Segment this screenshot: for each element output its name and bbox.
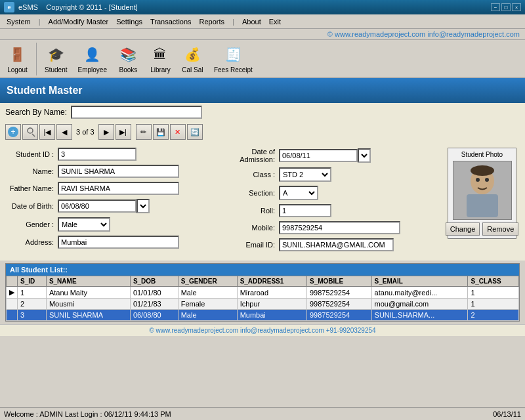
form-area: Student ID : Name: Father Name: Date of … — [0, 142, 525, 261]
cell-mobile: 9987529254 — [306, 287, 371, 299]
cell-gender: Female — [178, 299, 237, 310]
first-record-button[interactable]: |◀ — [39, 124, 55, 140]
table-body: ▶ 1 Atanu Maity 01/01/80 Male Miraroad 9… — [7, 287, 519, 321]
student-icon: 🎓 — [45, 44, 66, 65]
class-select[interactable]: STD 2 STD 1 STD 3 — [279, 167, 331, 182]
mobile-row: Mobile: — [226, 221, 441, 234]
remove-photo-button[interactable]: Remove — [482, 222, 518, 236]
title-bar: e eSMS Copyright © 2011 - [Student] − □ … — [0, 0, 525, 14]
window-controls: − □ × — [491, 3, 521, 11]
title-text: eSMS Copyright © 2011 - [Student] — [18, 3, 491, 11]
maximize-button[interactable]: □ — [501, 3, 511, 11]
form-left: Student ID : Name: Father Name: Date of … — [5, 148, 220, 255]
library-button[interactable]: 🏛 Library — [146, 43, 175, 75]
roll-row: Roll: — [226, 204, 441, 217]
toolbar: 🚪 Logout 🎓 Student 👤 Employee 📚 Books 🏛 … — [0, 40, 525, 78]
delete-record-button[interactable]: ✕ — [170, 124, 186, 140]
fees-receipt-label: Fees Receipt — [214, 66, 253, 74]
save-record-button[interactable]: 💾 — [153, 124, 169, 140]
toolbar-divider-1 — [36, 43, 37, 75]
logout-label: Logout — [7, 66, 28, 74]
dob-dropdown[interactable]: ▼ — [136, 199, 150, 213]
doa-field[interactable] — [279, 149, 358, 162]
photo-area: Student Photo Change — [448, 148, 516, 239]
cell-gender: Male — [178, 310, 237, 321]
last-record-button[interactable]: ▶| — [116, 124, 131, 140]
cell-email: atanu.maity@redi... — [371, 287, 468, 299]
student-label: Student — [45, 66, 67, 74]
cell-sid: 3 — [18, 310, 47, 321]
books-icon: 📚 — [117, 44, 138, 65]
cell-class: 1 — [468, 299, 519, 310]
cell-gender: Male — [178, 287, 237, 299]
menu-reports[interactable]: Reports — [196, 16, 229, 27]
cell-address: Miraroad — [237, 287, 306, 299]
svg-rect-6 — [467, 194, 498, 217]
table-header-title: All Student List:: — [6, 264, 519, 276]
student-button[interactable]: 🎓 Student — [41, 43, 71, 75]
footer-link: © www.readymadeproject.com info@readymad… — [0, 324, 525, 336]
employee-button[interactable]: 👤 Employee — [74, 43, 110, 75]
dob-field[interactable] — [58, 200, 136, 213]
doa-dropdown[interactable]: ▼ — [358, 148, 371, 163]
father-name-field[interactable] — [58, 182, 179, 195]
email-field[interactable] — [279, 238, 394, 251]
navigation-bar: + |◀ ◀ 3 of 3 ▶ ▶| ✏ 💾 ✕ 🔄 — [0, 121, 525, 142]
col-mobile: S_MOBILE — [306, 276, 371, 287]
mobile-field[interactable] — [279, 221, 400, 234]
table-row[interactable]: 2 Mousmi 01/21/83 Female Ichpur 99875292… — [7, 299, 519, 310]
address-field[interactable] — [58, 236, 179, 249]
menu-exit[interactable]: Exit — [265, 16, 285, 27]
col-sid: S_ID — [18, 276, 47, 287]
doa-row: Date of Admission: ▼ — [226, 148, 441, 163]
menu-settings[interactable]: Settings — [112, 16, 146, 27]
student-photo — [453, 161, 512, 220]
page-title: Student Master — [7, 85, 83, 96]
edit-record-button[interactable]: ✏ — [136, 124, 152, 140]
books-button[interactable]: 📚 Books — [114, 43, 143, 75]
student-id-row: Student ID : — [5, 148, 220, 161]
photo-panel: Student Photo Change — [448, 148, 520, 255]
logout-button[interactable]: 🚪 Logout — [3, 43, 32, 75]
menu-bar: System | Add/Modify Master Settings Tran… — [0, 14, 525, 29]
prev-record-button[interactable]: ◀ — [56, 124, 72, 140]
cell-address: Ichpur — [237, 299, 306, 310]
address-label: Address: — [5, 238, 58, 246]
cell-dob: 01/01/80 — [130, 287, 178, 299]
refresh-button[interactable]: 🔄 — [187, 124, 203, 140]
menu-transactions[interactable]: Transactions — [146, 16, 196, 27]
calsal-icon: 💰 — [182, 44, 203, 65]
change-photo-button[interactable]: Change — [446, 222, 480, 236]
table-row[interactable]: ▶ 1 Atanu Maity 01/01/80 Male Miraroad 9… — [7, 287, 519, 299]
dob-label: Date of Birth: — [5, 202, 58, 210]
svg-point-7 — [471, 165, 494, 176]
table-row[interactable]: 3 SUNIL SHARMA 06/08/80 Male Mumbai 9987… — [7, 310, 519, 321]
class-label: Class : — [226, 171, 279, 178]
watermark-text: © www.readymadeproject.com info@readymad… — [327, 30, 520, 38]
photo-label: Student Photo — [461, 151, 503, 158]
father-name-label: Father Name: — [5, 184, 58, 192]
menu-system[interactable]: System — [3, 16, 35, 27]
cell-mobile: 9987529254 — [306, 310, 371, 321]
books-label: Books — [119, 66, 138, 74]
minimize-button[interactable]: − — [491, 3, 500, 11]
section-select[interactable]: A B — [279, 186, 318, 200]
roll-field[interactable] — [279, 204, 331, 217]
name-label: Name: — [5, 167, 58, 175]
close-button[interactable]: × — [512, 3, 521, 11]
fees-receipt-button[interactable]: 🧾 Fees Receipt — [210, 43, 257, 75]
gender-select[interactable]: Male Female — [58, 217, 110, 232]
search-input[interactable] — [71, 106, 202, 119]
menu-add-modify[interactable]: Add/Modify Master — [45, 16, 113, 27]
student-id-field[interactable] — [58, 148, 136, 161]
menu-about[interactable]: About — [238, 16, 265, 27]
cell-name: Atanu Maity — [46, 287, 130, 299]
logout-icon: 🚪 — [7, 44, 28, 65]
add-record-button[interactable]: + — [5, 124, 21, 140]
name-field[interactable] — [58, 165, 179, 178]
next-record-button[interactable]: ▶ — [98, 124, 114, 140]
library-label: Library — [150, 66, 171, 74]
calsal-button[interactable]: 💰 Cal Sal — [178, 43, 207, 75]
gender-row: Gender : Male Female — [5, 217, 220, 232]
view-record-button[interactable] — [22, 124, 38, 140]
